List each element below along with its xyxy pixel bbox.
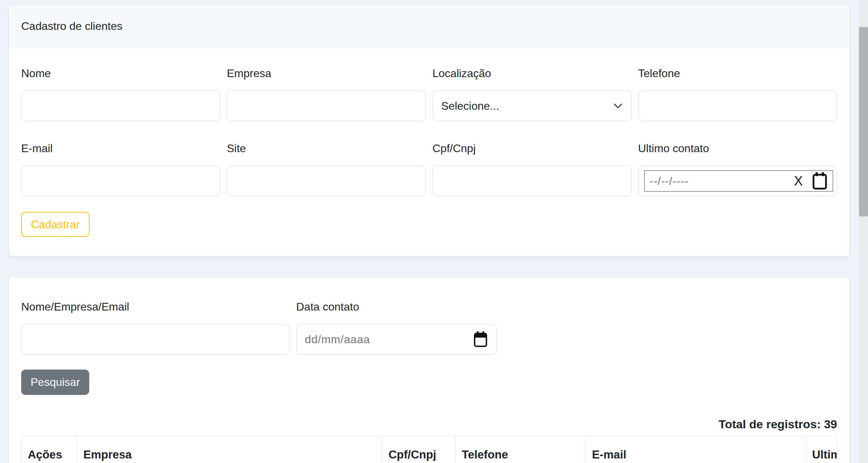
page-content: Cadastro de clientes Nome Empresa Locali… bbox=[9, 5, 850, 463]
customer-registration-card: Cadastro de clientes Nome Empresa Locali… bbox=[9, 5, 850, 256]
data-contato-label: Data contato bbox=[296, 300, 496, 314]
column-header-empresa: Empresa bbox=[77, 436, 382, 463]
chevron-down-icon bbox=[613, 103, 623, 109]
column-header-ultimo-contato: Ultimo contato bbox=[806, 436, 837, 463]
site-label: Site bbox=[227, 141, 426, 155]
telefone-input[interactable] bbox=[638, 91, 837, 121]
column-header-telefone: Telefone bbox=[456, 436, 586, 463]
localizacao-label: Localização bbox=[433, 66, 632, 80]
total-records: Total de registros: 39 bbox=[21, 417, 837, 431]
cpfcnpj-input[interactable] bbox=[433, 166, 632, 196]
date-placeholder: --/--/---- bbox=[650, 175, 794, 188]
scrollbar-track[interactable] bbox=[859, 0, 868, 463]
calendar-icon[interactable] bbox=[812, 172, 828, 190]
email-label: E-mail bbox=[21, 141, 220, 155]
field-telefone: Telefone bbox=[638, 66, 837, 121]
site-input[interactable] bbox=[227, 166, 426, 196]
nome-input[interactable] bbox=[21, 91, 220, 121]
select-value: Selecione... bbox=[441, 100, 499, 113]
search-input[interactable] bbox=[21, 324, 290, 355]
field-email: E-mail bbox=[21, 141, 220, 196]
search-results-card: Nome/Empresa/Email Data contato dd/mm/aa… bbox=[9, 277, 850, 463]
card-header: Cadastro de clientes bbox=[9, 5, 849, 48]
field-cpfcnpj: Cpf/Cnpj bbox=[433, 141, 632, 196]
registration-form: Nome Empresa Localização Selecione... bbox=[9, 48, 849, 256]
field-search: Nome/Empresa/Email bbox=[21, 300, 290, 355]
pesquisar-button[interactable]: Pesquisar bbox=[21, 370, 89, 395]
field-empresa: Empresa bbox=[227, 66, 426, 121]
cadastrar-button[interactable]: Cadastrar bbox=[21, 212, 90, 237]
results-table: Ações Empresa Cpf/Cnpj Telefone E-mail U… bbox=[21, 436, 837, 463]
table-header-row: Ações Empresa Cpf/Cnpj Telefone E-mail U… bbox=[22, 436, 837, 463]
empresa-label: Empresa bbox=[227, 66, 426, 80]
nome-label: Nome bbox=[21, 66, 220, 80]
field-site: Site bbox=[227, 141, 426, 196]
field-data-contato: Data contato dd/mm/aaaa bbox=[296, 300, 496, 355]
field-localizacao: Localização Selecione... bbox=[433, 66, 632, 121]
empresa-input[interactable] bbox=[227, 91, 426, 121]
calendar-icon[interactable] bbox=[473, 331, 488, 348]
data-contato-input[interactable]: dd/mm/aaaa bbox=[296, 324, 496, 355]
clear-date-button[interactable]: X bbox=[794, 174, 803, 188]
column-header-cpfcnpj: Cpf/Cnpj bbox=[382, 436, 456, 463]
search-form: Nome/Empresa/Email Data contato dd/mm/aa… bbox=[9, 278, 849, 463]
field-ultimo-contato: Ultimo contato --/--/---- X bbox=[638, 141, 837, 196]
field-nome: Nome bbox=[21, 66, 220, 121]
date-placeholder: dd/mm/aaaa bbox=[305, 333, 473, 346]
scrollbar-thumb[interactable] bbox=[859, 27, 868, 216]
telefone-label: Telefone bbox=[638, 66, 837, 80]
localizacao-select[interactable]: Selecione... bbox=[433, 91, 632, 121]
page-title: Cadastro de clientes bbox=[21, 20, 123, 33]
cpfcnpj-label: Cpf/Cnpj bbox=[433, 141, 632, 155]
email-input[interactable] bbox=[21, 166, 220, 196]
column-header-acoes: Ações bbox=[22, 436, 77, 463]
native-date-input[interactable]: --/--/---- X bbox=[644, 170, 833, 192]
ultimo-contato-date-field[interactable]: --/--/---- X bbox=[638, 166, 837, 196]
search-label: Nome/Empresa/Email bbox=[21, 300, 290, 314]
column-header-email: E-mail bbox=[586, 436, 806, 463]
ultimo-contato-label: Ultimo contato bbox=[638, 141, 837, 155]
